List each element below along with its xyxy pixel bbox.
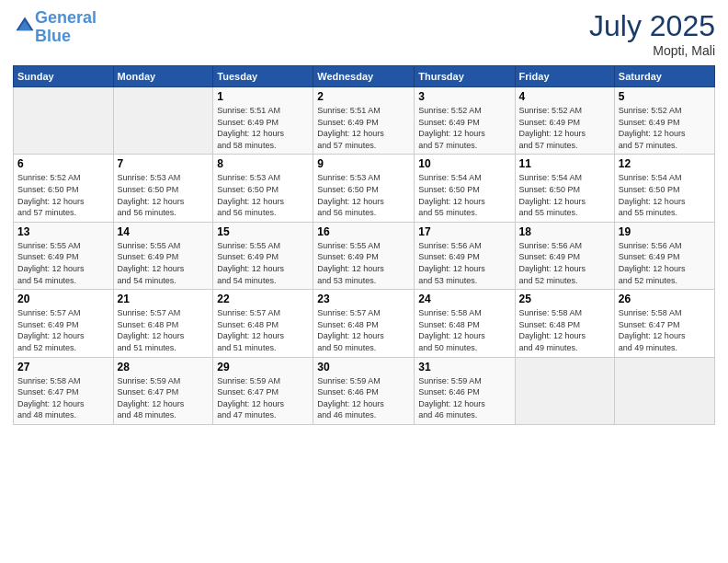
logo-text-line1: General bbox=[35, 9, 97, 28]
week-row-0: 1Sunrise: 5:51 AM Sunset: 6:49 PM Daylig… bbox=[14, 87, 715, 155]
table-row bbox=[113, 87, 213, 155]
day-number: 29 bbox=[217, 361, 309, 373]
header-row: Sunday Monday Tuesday Wednesday Thursday… bbox=[14, 66, 715, 87]
table-row: 22Sunrise: 5:57 AM Sunset: 6:48 PM Dayli… bbox=[213, 290, 313, 357]
table-row: 19Sunrise: 5:56 AM Sunset: 6:49 PM Dayli… bbox=[614, 222, 714, 289]
table-row: 27Sunrise: 5:58 AM Sunset: 6:47 PM Dayli… bbox=[14, 357, 114, 424]
col-thursday: Thursday bbox=[415, 66, 515, 87]
cell-info: Sunrise: 5:52 AM Sunset: 6:49 PM Dayligh… bbox=[418, 105, 510, 151]
table-row: 28Sunrise: 5:59 AM Sunset: 6:47 PM Dayli… bbox=[113, 357, 213, 424]
table-row: 6Sunrise: 5:52 AM Sunset: 6:50 PM Daylig… bbox=[14, 155, 114, 222]
table-row: 14Sunrise: 5:55 AM Sunset: 6:49 PM Dayli… bbox=[113, 222, 213, 289]
table-row: 31Sunrise: 5:59 AM Sunset: 6:46 PM Dayli… bbox=[415, 357, 515, 424]
cell-info: Sunrise: 5:57 AM Sunset: 6:49 PM Dayligh… bbox=[17, 307, 109, 353]
cell-info: Sunrise: 5:52 AM Sunset: 6:49 PM Dayligh… bbox=[619, 105, 711, 151]
location: Mopti, Mali bbox=[589, 43, 715, 58]
cell-info: Sunrise: 5:58 AM Sunset: 6:47 PM Dayligh… bbox=[619, 307, 711, 353]
cell-info: Sunrise: 5:53 AM Sunset: 6:50 PM Dayligh… bbox=[317, 172, 410, 218]
table-row: 10Sunrise: 5:54 AM Sunset: 6:50 PM Dayli… bbox=[415, 155, 515, 222]
day-number: 8 bbox=[217, 157, 309, 170]
cell-info: Sunrise: 5:51 AM Sunset: 6:49 PM Dayligh… bbox=[217, 105, 309, 151]
cell-info: Sunrise: 5:56 AM Sunset: 6:49 PM Dayligh… bbox=[519, 240, 610, 286]
table-row bbox=[14, 87, 114, 155]
table-row: 11Sunrise: 5:54 AM Sunset: 6:50 PM Dayli… bbox=[515, 155, 614, 222]
col-saturday: Saturday bbox=[614, 66, 714, 87]
cell-info: Sunrise: 5:57 AM Sunset: 6:48 PM Dayligh… bbox=[118, 307, 210, 353]
day-number: 20 bbox=[17, 293, 109, 305]
day-number: 17 bbox=[418, 225, 510, 238]
cell-info: Sunrise: 5:54 AM Sunset: 6:50 PM Dayligh… bbox=[418, 172, 510, 218]
cell-info: Sunrise: 5:57 AM Sunset: 6:48 PM Dayligh… bbox=[317, 307, 410, 353]
cell-info: Sunrise: 5:51 AM Sunset: 6:49 PM Dayligh… bbox=[317, 105, 410, 151]
day-number: 24 bbox=[418, 293, 510, 305]
table-row: 12Sunrise: 5:54 AM Sunset: 6:50 PM Dayli… bbox=[614, 155, 714, 222]
title-block: July 2025 Mopti, Mali bbox=[589, 9, 715, 58]
day-number: 12 bbox=[619, 157, 711, 170]
cell-info: Sunrise: 5:56 AM Sunset: 6:49 PM Dayligh… bbox=[619, 240, 711, 286]
col-friday: Friday bbox=[515, 66, 614, 87]
cell-info: Sunrise: 5:58 AM Sunset: 6:47 PM Dayligh… bbox=[17, 375, 109, 421]
day-number: 14 bbox=[118, 225, 210, 238]
day-number: 30 bbox=[317, 361, 410, 373]
day-number: 7 bbox=[118, 157, 210, 170]
header: General Blue July 2025 Mopti, Mali bbox=[13, 9, 715, 58]
cell-info: Sunrise: 5:59 AM Sunset: 6:46 PM Dayligh… bbox=[317, 375, 410, 421]
cell-info: Sunrise: 5:57 AM Sunset: 6:48 PM Dayligh… bbox=[217, 307, 309, 353]
cell-info: Sunrise: 5:55 AM Sunset: 6:49 PM Dayligh… bbox=[317, 240, 410, 286]
week-row-3: 20Sunrise: 5:57 AM Sunset: 6:49 PM Dayli… bbox=[14, 290, 715, 357]
cell-info: Sunrise: 5:52 AM Sunset: 6:49 PM Dayligh… bbox=[519, 105, 610, 151]
table-row: 20Sunrise: 5:57 AM Sunset: 6:49 PM Dayli… bbox=[14, 290, 114, 357]
cell-info: Sunrise: 5:59 AM Sunset: 6:47 PM Dayligh… bbox=[217, 375, 309, 421]
table-row: 25Sunrise: 5:58 AM Sunset: 6:48 PM Dayli… bbox=[515, 290, 614, 357]
day-number: 19 bbox=[619, 225, 711, 238]
day-number: 9 bbox=[317, 157, 410, 170]
day-number: 10 bbox=[418, 157, 510, 170]
day-number: 25 bbox=[519, 293, 610, 305]
day-number: 5 bbox=[619, 90, 711, 103]
table-row: 30Sunrise: 5:59 AM Sunset: 6:46 PM Dayli… bbox=[313, 357, 415, 424]
col-sunday: Sunday bbox=[14, 66, 114, 87]
table-row: 2Sunrise: 5:51 AM Sunset: 6:49 PM Daylig… bbox=[313, 87, 415, 155]
day-number: 27 bbox=[17, 361, 109, 373]
cell-info: Sunrise: 5:54 AM Sunset: 6:50 PM Dayligh… bbox=[619, 172, 711, 218]
col-monday: Monday bbox=[113, 66, 213, 87]
day-number: 18 bbox=[519, 225, 610, 238]
day-number: 6 bbox=[17, 157, 109, 170]
day-number: 22 bbox=[217, 293, 309, 305]
table-row: 7Sunrise: 5:53 AM Sunset: 6:50 PM Daylig… bbox=[113, 155, 213, 222]
cell-info: Sunrise: 5:55 AM Sunset: 6:49 PM Dayligh… bbox=[118, 240, 210, 286]
cell-info: Sunrise: 5:58 AM Sunset: 6:48 PM Dayligh… bbox=[418, 307, 510, 353]
table-row: 16Sunrise: 5:55 AM Sunset: 6:49 PM Dayli… bbox=[313, 222, 415, 289]
week-row-4: 27Sunrise: 5:58 AM Sunset: 6:47 PM Dayli… bbox=[14, 357, 715, 424]
day-number: 3 bbox=[418, 90, 510, 103]
table-row: 17Sunrise: 5:56 AM Sunset: 6:49 PM Dayli… bbox=[415, 222, 515, 289]
day-number: 1 bbox=[217, 90, 309, 103]
week-row-2: 13Sunrise: 5:55 AM Sunset: 6:49 PM Dayli… bbox=[14, 222, 715, 289]
table-row: 21Sunrise: 5:57 AM Sunset: 6:48 PM Dayli… bbox=[113, 290, 213, 357]
day-number: 13 bbox=[17, 225, 109, 238]
month-title: July 2025 bbox=[589, 9, 715, 43]
day-number: 28 bbox=[118, 361, 210, 373]
cell-info: Sunrise: 5:52 AM Sunset: 6:50 PM Dayligh… bbox=[17, 172, 109, 218]
table-row: 5Sunrise: 5:52 AM Sunset: 6:49 PM Daylig… bbox=[614, 87, 714, 155]
table-row: 15Sunrise: 5:55 AM Sunset: 6:49 PM Dayli… bbox=[213, 222, 313, 289]
week-row-1: 6Sunrise: 5:52 AM Sunset: 6:50 PM Daylig… bbox=[14, 155, 715, 222]
cell-info: Sunrise: 5:53 AM Sunset: 6:50 PM Dayligh… bbox=[217, 172, 309, 218]
cell-info: Sunrise: 5:59 AM Sunset: 6:46 PM Dayligh… bbox=[418, 375, 510, 421]
calendar-table: Sunday Monday Tuesday Wednesday Thursday… bbox=[13, 65, 715, 425]
table-row: 29Sunrise: 5:59 AM Sunset: 6:47 PM Dayli… bbox=[213, 357, 313, 424]
table-row: 26Sunrise: 5:58 AM Sunset: 6:47 PM Dayli… bbox=[614, 290, 714, 357]
logo-text-line2: Blue bbox=[35, 28, 97, 46]
cell-info: Sunrise: 5:55 AM Sunset: 6:49 PM Dayligh… bbox=[217, 240, 309, 286]
table-row: 9Sunrise: 5:53 AM Sunset: 6:50 PM Daylig… bbox=[313, 155, 415, 222]
table-row: 4Sunrise: 5:52 AM Sunset: 6:49 PM Daylig… bbox=[515, 87, 614, 155]
page: General Blue July 2025 Mopti, Mali Sunda… bbox=[0, 0, 728, 563]
cell-info: Sunrise: 5:53 AM Sunset: 6:50 PM Dayligh… bbox=[118, 172, 210, 218]
cell-info: Sunrise: 5:56 AM Sunset: 6:49 PM Dayligh… bbox=[418, 240, 510, 286]
day-number: 2 bbox=[317, 90, 410, 103]
cell-info: Sunrise: 5:55 AM Sunset: 6:49 PM Dayligh… bbox=[17, 240, 109, 286]
day-number: 31 bbox=[418, 361, 510, 373]
col-wednesday: Wednesday bbox=[313, 66, 415, 87]
cell-info: Sunrise: 5:54 AM Sunset: 6:50 PM Dayligh… bbox=[519, 172, 610, 218]
logo-icon bbox=[15, 16, 35, 36]
